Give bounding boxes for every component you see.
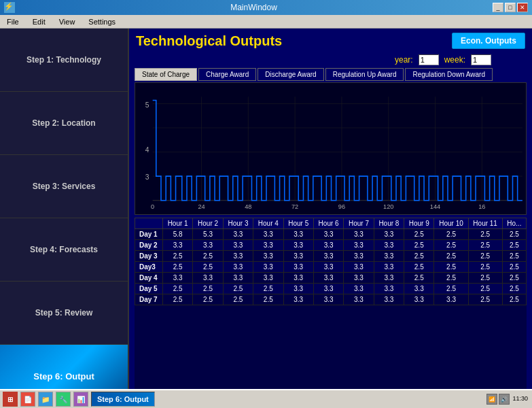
- week-input[interactable]: [471, 54, 491, 65]
- tab-regulation-up[interactable]: Regulation Up Award: [325, 68, 404, 81]
- table-cell: 2.5: [404, 229, 434, 240]
- table-cell: 3.3: [313, 262, 343, 273]
- table-cell: 2.5: [253, 294, 283, 305]
- taskbar-icon-folder[interactable]: 📁: [38, 392, 53, 407]
- table-cell: 3.3: [283, 240, 313, 251]
- table-cell: 2.5: [434, 284, 468, 294]
- sidebar-item-step4[interactable]: Step 4: Forecasts: [0, 218, 128, 282]
- svg-text:72: 72: [291, 203, 298, 210]
- col-header-hour8: Hour 8: [374, 218, 404, 229]
- tab-row: State of Charge Charge Award Discharge A…: [129, 68, 532, 81]
- table-cell: 3.3: [434, 294, 468, 305]
- menu-file[interactable]: File: [3, 16, 23, 27]
- table-cell: 3.3: [283, 262, 313, 273]
- table-cell: 2.5: [162, 294, 192, 305]
- menu-bar: File Edit View Settings: [0, 15, 532, 29]
- table-cell: 3.3: [344, 284, 374, 294]
- table-row: Day 15.85.33.33.33.33.33.33.32.52.52.52.…: [135, 229, 527, 240]
- menu-edit[interactable]: Edit: [29, 16, 50, 27]
- table-cell: 3.3: [313, 294, 343, 305]
- tab-discharge-award[interactable]: Discharge Award: [258, 68, 323, 81]
- table-cell: 3.3: [223, 273, 253, 284]
- table-cell: 2.5: [434, 229, 468, 240]
- table-cell: 3.3: [253, 229, 283, 240]
- tray-volume-icon: 🔊: [499, 394, 510, 405]
- table-cell: 3.3: [253, 251, 283, 262]
- data-table-container[interactable]: Hour 1 Hour 2 Hour 3 Hour 4 Hour 5 Hour …: [135, 218, 527, 398]
- taskbar-icon-pdf[interactable]: 📄: [20, 392, 35, 407]
- svg-text:5: 5: [145, 101, 149, 109]
- col-header-more: Ho...: [502, 218, 526, 229]
- table-cell: 2.5: [434, 273, 468, 284]
- table-row: Day 52.52.52.52.53.33.33.33.33.32.52.52.…: [135, 284, 527, 294]
- menu-view[interactable]: View: [55, 16, 79, 27]
- table-cell: 2.5: [193, 251, 223, 262]
- table-cell: 3.3: [313, 240, 343, 251]
- table-cell: 5.8: [162, 229, 192, 240]
- table-cell: 2.5: [502, 273, 526, 284]
- table-cell: 3.3: [223, 262, 253, 273]
- col-header-hour10: Hour 10: [434, 218, 468, 229]
- table-cell: 2.5: [193, 294, 223, 305]
- table-cell: 3.3: [313, 251, 343, 262]
- table-cell: 3.3: [374, 251, 404, 262]
- tab-regulation-down[interactable]: Regulation Down Award: [405, 68, 493, 81]
- table-cell: 2.5: [404, 251, 434, 262]
- taskbar-tray: 📶 🔊 11:30: [486, 394, 529, 405]
- table-cell: 2.5: [468, 262, 502, 273]
- table-cell: 3.3: [313, 284, 343, 294]
- close-button[interactable]: ✕: [517, 3, 528, 12]
- sidebar-item-step5[interactable]: Step 5: Review: [0, 282, 128, 345]
- col-header-hour7: Hour 7: [344, 218, 374, 229]
- maximize-button[interactable]: □: [505, 3, 516, 12]
- taskbar-active-app[interactable]: Step 6: Output: [91, 392, 155, 407]
- content-header: Technological Outputs Econ. Outputs: [129, 29, 532, 53]
- week-label: week:: [444, 55, 465, 65]
- table-cell: 2.5: [468, 273, 502, 284]
- table-cell: 3.3: [344, 229, 374, 240]
- table-cell: 2.5: [193, 284, 223, 294]
- data-table: Hour 1 Hour 2 Hour 3 Hour 4 Hour 5 Hour …: [135, 218, 527, 305]
- table-cell: 3.3: [374, 273, 404, 284]
- minimize-button[interactable]: _: [493, 3, 503, 12]
- table-row: Day 32.52.53.33.33.33.33.33.32.52.52.52.…: [135, 251, 527, 262]
- table-cell: 3.3: [253, 262, 283, 273]
- content-title: Technological Outputs: [136, 33, 282, 49]
- table-cell: 2.5: [193, 262, 223, 273]
- table-cell: 2.5: [162, 251, 192, 262]
- chart-area: 5 4 3 0 24 48 72 96 120 144 16: [135, 82, 527, 215]
- table-cell: 2.5: [253, 284, 283, 294]
- table-cell: 2.5: [434, 262, 468, 273]
- year-label: year:: [395, 55, 413, 65]
- svg-text:144: 144: [430, 203, 440, 210]
- sidebar-item-step2[interactable]: Step 2: Location: [0, 92, 128, 155]
- svg-text:96: 96: [338, 203, 345, 210]
- table-cell: 3.3: [162, 240, 192, 251]
- table-cell: 3.3: [283, 273, 313, 284]
- tab-charge-award[interactable]: Charge Award: [198, 68, 256, 81]
- svg-text:3: 3: [145, 173, 149, 181]
- menu-settings[interactable]: Settings: [84, 16, 120, 27]
- col-header-hour11: Hour 11: [468, 218, 502, 229]
- table-row: Day32.52.53.33.33.33.33.33.32.52.52.52.5: [135, 262, 527, 273]
- window-controls: _ □ ✕: [493, 3, 528, 12]
- table-row: Day 43.33.33.33.33.33.33.33.32.52.52.52.…: [135, 273, 527, 284]
- table-cell: 3.3: [253, 273, 283, 284]
- start-button[interactable]: ⊞: [3, 392, 18, 407]
- econ-outputs-button[interactable]: Econ. Outputs: [452, 33, 525, 49]
- table-cell: 3.3: [253, 240, 283, 251]
- table-cell: 2.5: [468, 229, 502, 240]
- table-cell: 2.5: [502, 251, 526, 262]
- table-cell: 3.3: [283, 294, 313, 305]
- sidebar-item-step1[interactable]: Step 1: Technology: [0, 29, 128, 92]
- table-cell: 2.5: [502, 229, 526, 240]
- table-cell: 5.3: [193, 229, 223, 240]
- taskbar-icon-extra[interactable]: 📊: [73, 392, 88, 407]
- year-input[interactable]: [419, 54, 439, 65]
- sidebar-item-step3[interactable]: Step 3: Services: [0, 155, 128, 218]
- svg-text:120: 120: [383, 203, 393, 210]
- table-cell: 3.3: [374, 284, 404, 294]
- taskbar-icon-app[interactable]: 🔧: [56, 392, 71, 407]
- content-area: Technological Outputs Econ. Outputs year…: [129, 29, 532, 408]
- tab-state-of-charge[interactable]: State of Charge: [135, 68, 197, 81]
